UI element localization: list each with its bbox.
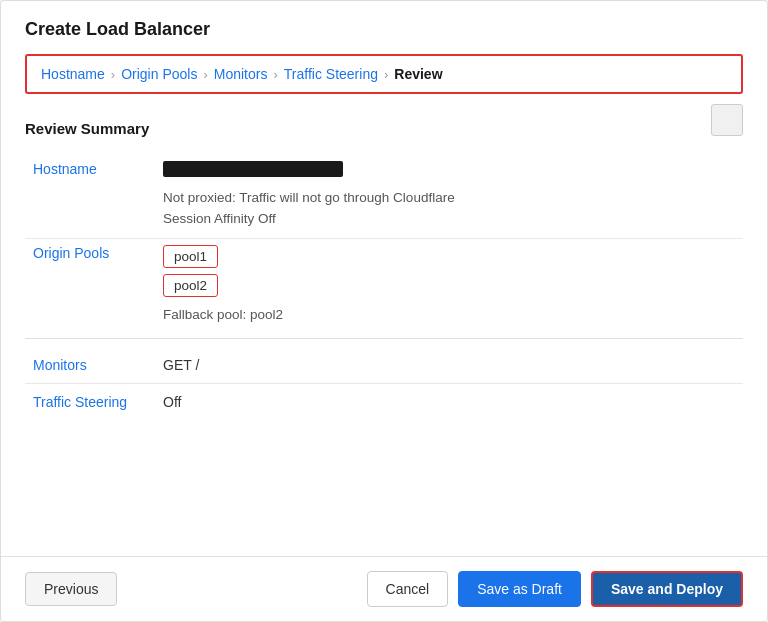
monitors-row: Monitors GET / <box>25 347 743 384</box>
session-affinity-text: Session Affinity Off <box>163 211 735 226</box>
modal-title: Create Load Balancer <box>25 19 743 40</box>
hostname-row: Hostname Not proxied: Traffic will not g… <box>25 155 743 239</box>
breadcrumb-origin-pools[interactable]: Origin Pools <box>121 66 197 82</box>
breadcrumb-sep-1: › <box>111 67 115 82</box>
modal-footer: Previous Cancel Save as Draft Save and D… <box>1 556 767 621</box>
corner-decoration <box>711 104 743 136</box>
pool2-box: pool2 <box>163 274 218 297</box>
save-draft-button[interactable]: Save as Draft <box>458 571 581 607</box>
pool1-box: pool1 <box>163 245 218 268</box>
previous-button[interactable]: Previous <box>25 572 117 606</box>
breadcrumb-sep-2: › <box>203 67 207 82</box>
breadcrumb-sep-3: › <box>273 67 277 82</box>
fallback-pool-text: Fallback pool: pool2 <box>163 307 283 322</box>
breadcrumb-traffic-steering[interactable]: Traffic Steering <box>284 66 378 82</box>
traffic-steering-row: Traffic Steering Off <box>25 384 743 421</box>
not-proxied-text: Not proxied: Traffic will not go through… <box>163 190 735 205</box>
breadcrumb-monitors[interactable]: Monitors <box>214 66 268 82</box>
breadcrumb-review[interactable]: Review <box>394 66 442 82</box>
footer-right: Cancel Save as Draft Save and Deploy <box>367 571 743 607</box>
modal-header: Create Load Balancer Hostname › Origin P… <box>1 1 767 104</box>
review-summary-title: Review Summary <box>25 120 743 137</box>
monitors-label: Monitors <box>25 347 155 384</box>
create-load-balancer-modal: Create Load Balancer Hostname › Origin P… <box>0 0 768 622</box>
review-table: Hostname Not proxied: Traffic will not g… <box>25 155 743 420</box>
traffic-steering-value: Off <box>155 384 743 421</box>
save-deploy-button[interactable]: Save and Deploy <box>591 571 743 607</box>
footer-left: Previous <box>25 572 117 606</box>
divider-row <box>25 330 743 347</box>
cancel-button[interactable]: Cancel <box>367 571 449 607</box>
breadcrumb-sep-4: › <box>384 67 388 82</box>
pools-container: pool1 pool2 Fallback pool: pool2 <box>163 245 735 324</box>
monitors-value: GET / <box>155 347 743 384</box>
origin-pools-label: Origin Pools <box>25 239 155 331</box>
breadcrumb: Hostname › Origin Pools › Monitors › Tra… <box>25 54 743 94</box>
hostname-bar <box>163 161 343 177</box>
breadcrumb-hostname[interactable]: Hostname <box>41 66 105 82</box>
hostname-value: Not proxied: Traffic will not go through… <box>155 155 743 239</box>
origin-pools-row: Origin Pools pool1 pool2 Fallback pool: … <box>25 239 743 331</box>
traffic-steering-label: Traffic Steering <box>25 384 155 421</box>
hostname-label: Hostname <box>25 155 155 239</box>
modal-body: Review Summary Hostname Not proxied: Tra… <box>1 104 767 556</box>
origin-pools-value: pool1 pool2 Fallback pool: pool2 <box>155 239 743 331</box>
